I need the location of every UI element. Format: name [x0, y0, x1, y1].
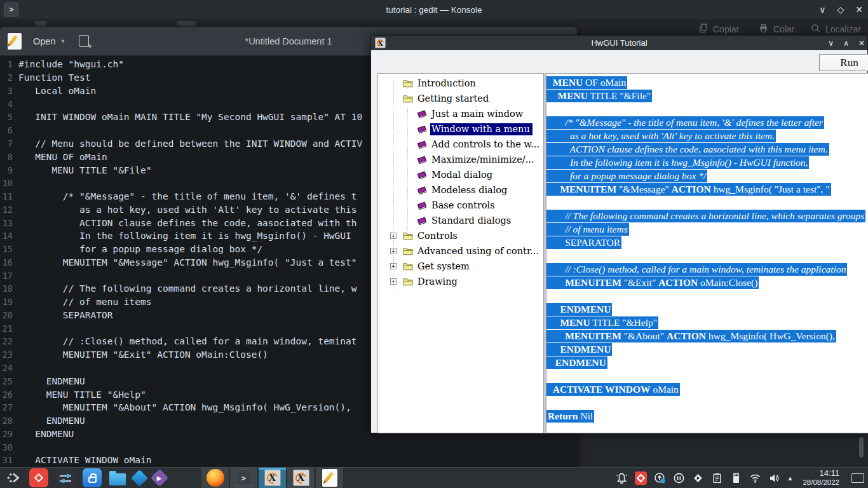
tree-item-label: Base controls — [430, 200, 498, 212]
tree-item-advanced-using-of-contr[interactable]: +Advanced using of contr... — [378, 243, 543, 259]
tree-item-standard-dialogs[interactable]: Standard dialogs — [378, 213, 543, 228]
tutorial-code-view[interactable]: MENU OF oMain MENU TITLE "&File" /* "&Me… — [546, 73, 868, 433]
expand-plus-icon[interactable]: + — [390, 263, 397, 269]
doc-line-selected[interactable]: ACTION clause defines the code, aasociat… — [546, 142, 868, 156]
tree-item-label: Controls — [416, 230, 460, 242]
task-firefox[interactable] — [201, 468, 229, 488]
tree-item-modeless-dialog[interactable]: Modeless dialog — [378, 182, 543, 198]
expand-plus-icon[interactable]: + — [390, 278, 397, 285]
doc-line-selected[interactable]: ENDMENU — [546, 302, 868, 316]
system-settings-button[interactable] — [56, 468, 75, 487]
konsole-tool-colar[interactable]: Colar — [758, 23, 794, 36]
anydesk-button[interactable] — [29, 468, 48, 487]
doc-line-selected[interactable]: MENU OF oMain — [546, 76, 868, 89]
doc-line-selected[interactable]: SEPARATOR — [546, 236, 868, 249]
doc-line-selected[interactable]: // of menu items — [546, 222, 868, 236]
anydesk-tray-icon[interactable] — [635, 472, 647, 484]
dolphin-button[interactable] — [109, 471, 126, 485]
tree-item-label: Advanced using of contr... — [416, 245, 541, 257]
show-desktop-button[interactable] — [851, 473, 864, 483]
doc-line-selected[interactable]: // :Close() method, called for a main wi… — [546, 262, 868, 276]
doc-line-selected[interactable]: ENDMENU — [546, 342, 868, 356]
konsole-scrollbar[interactable] — [859, 437, 864, 458]
book-icon — [416, 139, 428, 150]
doc-line-selected[interactable]: /* "&Message" - the title of menu item, … — [546, 116, 868, 129]
doc-line-blank[interactable] — [546, 369, 868, 383]
updates-icon[interactable] — [654, 472, 666, 484]
close-icon[interactable]: ✕ — [858, 39, 865, 48]
doc-line-selected[interactable]: // The following command creates a horiz… — [546, 209, 868, 222]
task-hwgui-app-active[interactable]: X — [258, 468, 287, 488]
hwgui-app-icon: X — [264, 470, 281, 486]
doc-line-blank[interactable] — [546, 249, 868, 262]
line-number: 8 — [0, 152, 13, 162]
tree-item-just-a-main-window[interactable]: Just a main window — [378, 106, 543, 121]
volume-icon[interactable] — [768, 472, 780, 484]
code-line[interactable]: 31 ACTIVATE WINDOW oMain — [0, 454, 577, 467]
doc-line-blank[interactable] — [546, 102, 868, 116]
konsole-window-title: tutorial : gedit — Konsole — [0, 5, 868, 15]
line-number: 28 — [0, 416, 13, 426]
tree-item-base-controls[interactable]: Base controls — [378, 198, 543, 213]
tree-item-modal-dialog[interactable]: Modal dialog — [378, 167, 543, 182]
line-text: In the following item it is hwg_Msginfo(… — [18, 231, 351, 241]
diamond-play-icon[interactable] — [692, 472, 704, 484]
doc-line-blank[interactable] — [546, 289, 868, 302]
app-launcher-button[interactable] — [5, 470, 22, 486]
hwgui-titlebar[interactable]: X HwGUI Tutorial ∨ ∧ ✕ — [371, 36, 867, 50]
task-konsole[interactable]: > — [229, 468, 258, 488]
discover-button[interactable] — [83, 468, 102, 487]
tree-item-controls[interactable]: +Controls — [378, 228, 543, 243]
tree-item-window-with-a-menu[interactable]: Window with a menu — [378, 121, 543, 137]
usb-device-icon[interactable] — [730, 472, 742, 484]
maximize-icon[interactable]: ◇ — [837, 4, 844, 15]
run-button[interactable]: Run — [819, 54, 868, 71]
konsole-titlebar[interactable]: > tutorial : gedit — Konsole ∨ ◇ ✕ — [0, 0, 868, 19]
tutorial-tree[interactable]: IntroductionGetting startedJust a main w… — [377, 73, 544, 433]
clock[interactable]: 14:1128/08/2022 — [803, 469, 839, 487]
line-text: // Menu should be defined between the IN… — [18, 139, 362, 149]
code-line[interactable]: 30 — [0, 440, 577, 454]
expand-plus-icon[interactable]: + — [390, 248, 397, 254]
minimize-icon[interactable]: ∨ — [828, 39, 834, 48]
notifications-bell-icon[interactable] — [616, 472, 628, 484]
doc-line-selected[interactable]: Return Nil — [546, 409, 868, 423]
konsole-tool-localizar[interactable]: Localizar — [810, 23, 861, 36]
tree-item-add-controls-to-the-w[interactable]: Add controls to the w... — [378, 137, 543, 152]
line-text: ENDMENU — [18, 376, 85, 386]
doc-line-selected[interactable]: MENUITEM "&Exit" ACTION oMain:Close() — [546, 276, 868, 289]
line-number: 14 — [0, 231, 13, 241]
doc-line-selected[interactable]: for a popup message dialog box */ — [546, 169, 868, 182]
doc-line-selected[interactable]: MENU TITLE "&File" — [546, 89, 868, 102]
pause-icon[interactable] — [673, 472, 685, 484]
tree-item-get-system[interactable]: +Get system — [378, 259, 543, 274]
mediaplayer-button[interactable]: ▶ — [153, 471, 166, 484]
doc-line-selected[interactable]: MENUITEM "&About" ACTION hwg_Msginfo( Hw… — [546, 329, 868, 342]
doc-line-blank[interactable] — [546, 396, 868, 409]
doc-line-selected[interactable]: MENUITEM "&Message" ACTION hwg_Msginfo( … — [546, 182, 868, 196]
line-number: 17 — [0, 271, 13, 281]
tree-item-introduction[interactable]: Introduction — [378, 76, 543, 91]
task-hwgui-app[interactable]: X — [287, 468, 315, 488]
doc-line-blank[interactable] — [546, 196, 868, 209]
tree-item-maximize-minimize[interactable]: Maximize/minimize/... — [378, 152, 543, 167]
doc-line-selected[interactable]: as a hot key, used with 'Alt' key to act… — [546, 129, 868, 142]
doc-line-selected[interactable]: ENDMENU — [546, 356, 868, 369]
kodi-button[interactable] — [133, 472, 146, 484]
tray-expand-icon[interactable]: ▲ — [787, 475, 794, 482]
line-number: 31 — [0, 455, 13, 465]
konsole-tool-copiar[interactable]: Copiar — [698, 23, 739, 36]
tree-item-getting-started[interactable]: Getting started — [378, 91, 543, 106]
doc-line-selected[interactable]: In the following item it is hwg_Msginfo(… — [546, 156, 868, 169]
doc-line-selected[interactable]: ACTIVATE WINDOW oMain — [546, 383, 868, 396]
close-icon[interactable]: ✕ — [855, 4, 863, 15]
clipboard-icon[interactable] — [711, 472, 723, 484]
expand-plus-icon[interactable]: + — [390, 233, 397, 239]
maximize-icon[interactable]: ∧ — [843, 39, 849, 48]
minimize-icon[interactable]: ∨ — [819, 4, 825, 15]
tree-item-drawing[interactable]: +Drawing — [378, 274, 543, 289]
task-gedit[interactable] — [315, 468, 344, 488]
hwgui-window-title: HwGUI Tutorial — [371, 36, 867, 50]
wifi-icon[interactable] — [749, 472, 761, 484]
doc-line-selected[interactable]: MENU TITLE "&Help" — [546, 316, 868, 329]
